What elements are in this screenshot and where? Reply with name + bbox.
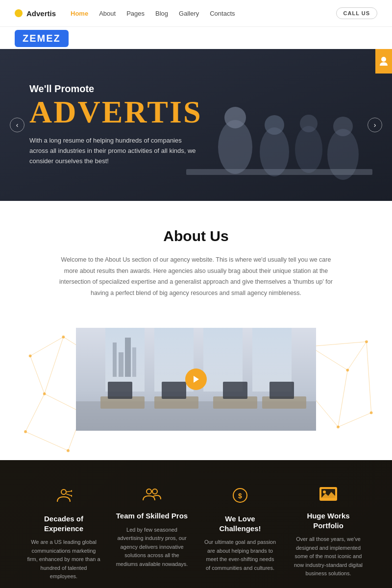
svg-point-0: [16, 11, 21, 16]
portfolio-icon: [292, 487, 365, 504]
svg-line-42: [338, 370, 347, 427]
feature-challenges-desc: Our ultimate goal and passion are about …: [203, 538, 277, 572]
video-player[interactable]: [76, 328, 316, 431]
nav-contacts[interactable]: Contacts: [210, 10, 235, 17]
svg-point-10: [295, 126, 322, 173]
svg-rect-56: [108, 382, 132, 399]
nav-gallery[interactable]: Gallery: [179, 10, 199, 17]
svg-line-33: [45, 337, 64, 394]
play-button[interactable]: [185, 368, 207, 390]
svg-point-71: [152, 489, 157, 494]
svg-line-45: [338, 413, 371, 427]
about-us-description: Welcome to the About Us section of our a…: [59, 254, 333, 298]
svg-line-44: [315, 398, 338, 427]
svg-line-37: [25, 432, 68, 451]
feature-team: Team of Skilled Pros Led by few seasoned…: [108, 487, 196, 581]
svg-marker-64: [194, 376, 199, 383]
svg-point-69: [71, 495, 72, 497]
feature-team-title: Team of Skilled Pros: [115, 511, 189, 521]
zemez-logo: ZEMEZ: [15, 30, 69, 47]
feature-challenges: $ We Love Challenges! Our ultimate goal …: [196, 487, 284, 581]
feature-portfolio: Huge Works Portfolio Over all those year…: [284, 487, 372, 581]
svg-rect-60: [113, 343, 117, 377]
about-us-title: About Us: [39, 228, 353, 245]
hero-description: With a long resume of helping hundreds o…: [29, 136, 196, 166]
svg-point-25: [365, 340, 368, 343]
svg-rect-63: [132, 347, 136, 377]
feature-team-desc: Led by few seasoned advertising industry…: [115, 526, 189, 569]
hero-next-button[interactable]: ›: [368, 118, 382, 132]
play-icon: [193, 375, 199, 383]
brand-name: Advertis: [26, 9, 56, 18]
svg-point-22: [67, 449, 70, 452]
feature-portfolio-title: Huge Works Portfolio: [292, 511, 365, 530]
nav-pages[interactable]: Pages: [126, 10, 145, 17]
feature-challenges-title: We Love Challenges!: [203, 514, 277, 533]
hero-content: We'll Promote ADVERTIS With a long resum…: [0, 83, 232, 166]
nav-blog[interactable]: Blog: [155, 10, 168, 17]
hero-title: ADVERTIS: [29, 97, 202, 128]
video-section: [0, 318, 392, 460]
svg-point-21: [24, 430, 27, 433]
svg-point-17: [62, 336, 65, 339]
call-us-button[interactable]: CALL US: [336, 7, 377, 19]
svg-point-70: [147, 489, 151, 494]
svg-rect-58: [223, 382, 247, 399]
svg-point-16: [29, 354, 32, 357]
team-icon: [115, 487, 189, 504]
brand-icon: [15, 9, 23, 17]
svg-rect-61: [119, 352, 123, 377]
hero-subtitle: We'll Promote: [29, 83, 202, 95]
svg-line-35: [25, 394, 45, 432]
svg-line-39: [347, 342, 367, 370]
person-badge[interactable]: [375, 49, 392, 74]
zemez-bar: ZEMEZ: [0, 27, 392, 49]
svg-rect-59: [270, 382, 294, 399]
svg-point-9: [265, 115, 284, 135]
challenges-icon: $: [203, 487, 277, 507]
navbar: Advertis Home About Pages Blog Gallery C…: [0, 0, 392, 27]
svg-point-11: [300, 115, 318, 132]
svg-line-40: [310, 342, 367, 346]
svg-point-13: [333, 117, 353, 136]
nav-about[interactable]: About: [99, 10, 116, 17]
brand: Advertis: [15, 9, 56, 18]
svg-point-65: [61, 490, 66, 494]
feature-experience: Decades of Experience We are a US leadin…: [20, 487, 108, 581]
svg-point-28: [370, 411, 373, 414]
svg-point-27: [337, 425, 340, 428]
svg-text:$: $: [238, 492, 242, 500]
hero-prev-button[interactable]: ‹: [10, 118, 24, 132]
hero-section: ‹ We'll Promote ADVERTIS With a long res…: [0, 49, 392, 201]
svg-point-24: [346, 368, 349, 371]
person-icon: [379, 56, 388, 66]
svg-line-31: [30, 356, 45, 393]
about-us-section: About Us Welcome to the About Us section…: [0, 201, 392, 318]
svg-rect-14: [186, 169, 372, 175]
nav-links: Home About Pages Blog Gallery Contacts: [71, 9, 336, 18]
svg-line-29: [30, 337, 64, 356]
svg-point-77: [323, 490, 326, 493]
nav-home[interactable]: Home: [71, 10, 88, 17]
svg-rect-62: [125, 338, 131, 377]
features-section: Decades of Experience We are a US leadin…: [0, 460, 392, 588]
svg-line-43: [367, 342, 371, 413]
feature-experience-title: Decades of Experience: [27, 514, 100, 533]
svg-point-19: [43, 392, 46, 395]
svg-point-15: [381, 57, 386, 62]
svg-rect-57: [162, 382, 186, 399]
svg-point-67: [71, 490, 72, 492]
experience-icon: [27, 487, 100, 507]
feature-portfolio-desc: Over all those years, we've designed and…: [292, 535, 365, 578]
feature-experience-desc: We are a US leading global communication…: [27, 538, 100, 581]
